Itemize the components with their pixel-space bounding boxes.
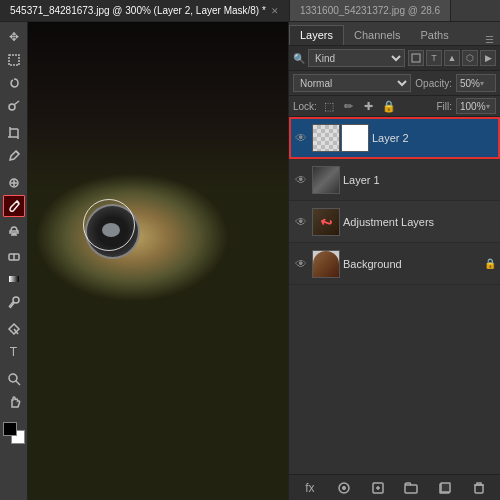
brush-tool[interactable] xyxy=(3,195,25,217)
layer2-thumbnails xyxy=(312,124,369,152)
tab-1-label: 545371_84281673.jpg @ 300% (Layer 2, Lay… xyxy=(10,5,266,16)
lock-all-btn[interactable]: 🔒 xyxy=(381,98,397,114)
lock-fill-row: Lock: ⬚ ✏ ✚ 🔒 Fill: 100% ▾ xyxy=(289,96,500,117)
svg-rect-18 xyxy=(9,276,19,282)
svg-rect-25 xyxy=(412,54,420,62)
svg-rect-31 xyxy=(405,485,417,493)
bg-visibility-toggle[interactable]: 👁 xyxy=(293,256,309,272)
hand-tool[interactable] xyxy=(3,391,25,413)
layer1-thumbnails xyxy=(312,166,340,194)
lock-transparent-btn[interactable]: ⬚ xyxy=(321,98,337,114)
tab-bar: 545371_84281673.jpg @ 300% (Layer 2, Lay… xyxy=(0,0,500,22)
new-group-button[interactable] xyxy=(401,478,421,498)
gradient-tool[interactable] xyxy=(3,268,25,290)
blend-opacity-row: Normal Opacity: 50% ▾ xyxy=(289,71,500,96)
circular-selection xyxy=(83,199,135,251)
panel-options-button[interactable]: ☰ xyxy=(479,34,500,45)
search-icon: 🔍 xyxy=(293,53,305,64)
filter-adjust-btn[interactable]: T xyxy=(426,50,442,66)
opacity-value[interactable]: 50% ▾ xyxy=(456,74,496,92)
layer2-thumb-checker xyxy=(313,125,339,151)
layer1-thumb-eye xyxy=(313,167,339,193)
opacity-text: 50% xyxy=(460,78,480,89)
marquee-tool[interactable] xyxy=(3,49,25,71)
zoom-tool[interactable] xyxy=(3,368,25,390)
filter-smart-btn[interactable]: ⬡ xyxy=(462,50,478,66)
filter-kind-dropdown[interactable]: Kind xyxy=(308,49,405,67)
canvas-area[interactable] xyxy=(28,22,288,500)
lock-position-btn[interactable]: ✚ xyxy=(361,98,377,114)
quick-select-tool[interactable] xyxy=(3,95,25,117)
tab-1-close[interactable]: ✕ xyxy=(271,6,279,16)
healing-tool[interactable] xyxy=(3,172,25,194)
layer1-name: Layer 1 xyxy=(343,174,496,186)
filter-shape-btn[interactable]: ▲ xyxy=(444,50,460,66)
tab-paths-label: Paths xyxy=(421,29,449,41)
move-tool[interactable]: ✥ xyxy=(3,26,25,48)
crop-tool[interactable] xyxy=(3,122,25,144)
opacity-dropdown-arrow: ▾ xyxy=(480,79,484,88)
svg-point-23 xyxy=(9,374,17,382)
layer-row-adjustment[interactable]: 👁 ↩ Adjustment Layers xyxy=(289,201,500,243)
svg-point-27 xyxy=(342,486,346,490)
tab-paths[interactable]: Paths xyxy=(411,26,459,45)
adj-thumbnails: ↩ xyxy=(312,208,340,236)
layer1-visibility-toggle[interactable]: 👁 xyxy=(293,172,309,188)
filter-icon-group: T ▲ ⬡ ▶ xyxy=(408,50,496,66)
delete-layer-button[interactable] xyxy=(469,478,489,498)
dodge-tool[interactable] xyxy=(3,291,25,313)
tab-2[interactable]: 1331600_54231372.jpg @ 28.6 xyxy=(290,0,451,21)
left-toolbar: ✥ xyxy=(0,22,28,500)
lasso-tool[interactable] xyxy=(3,72,25,94)
foreground-color-swatch[interactable] xyxy=(3,422,17,436)
adj-name: Adjustment Layers xyxy=(343,216,496,228)
layer2-thumb xyxy=(312,124,340,152)
layers-bottom-bar: fx xyxy=(289,474,500,500)
pen-tool[interactable] xyxy=(3,318,25,340)
bg-thumbnails xyxy=(312,250,340,278)
layer-row-layer2[interactable]: 👁 Layer 2 xyxy=(289,117,500,159)
layer1-thumb xyxy=(312,166,340,194)
filter-video-btn[interactable]: ▶ xyxy=(480,50,496,66)
svg-rect-12 xyxy=(10,231,18,233)
adj-thumb-bg: ↩ xyxy=(313,209,339,235)
layer2-visibility-toggle[interactable]: 👁 xyxy=(293,130,309,146)
color-swatches[interactable] xyxy=(3,422,25,444)
text-tool[interactable]: T xyxy=(3,341,25,363)
svg-point-1 xyxy=(9,104,15,110)
svg-line-2 xyxy=(14,101,19,105)
eyedropper-tool[interactable] xyxy=(3,145,25,167)
layer-list: 👁 Layer 2 👁 xyxy=(289,117,500,474)
stamp-tool[interactable] xyxy=(3,218,25,240)
svg-rect-33 xyxy=(441,483,450,492)
svg-line-24 xyxy=(16,381,20,385)
tab-channels[interactable]: Channels xyxy=(344,26,410,45)
blend-mode-dropdown[interactable]: Normal xyxy=(293,74,411,92)
adj-thumb: ↩ xyxy=(312,208,340,236)
fill-value[interactable]: 100% ▾ xyxy=(456,98,496,114)
adj-arrow-icon: ↩ xyxy=(318,212,335,231)
tab-channels-label: Channels xyxy=(354,29,400,41)
eraser-tool[interactable] xyxy=(3,245,25,267)
new-fill-layer-button[interactable] xyxy=(368,478,388,498)
lock-pixels-btn[interactable]: ✏ xyxy=(341,98,357,114)
layer-row-layer1[interactable]: 👁 Layer 1 xyxy=(289,159,500,201)
layer2-mask-white xyxy=(342,125,368,151)
bg-lock-icon: 🔒 xyxy=(484,258,496,269)
layer-mask-button[interactable] xyxy=(334,478,354,498)
fill-label: Fill: xyxy=(436,101,452,112)
tab-1[interactable]: 545371_84281673.jpg @ 300% (Layer 2, Lay… xyxy=(0,0,290,21)
new-layer-button[interactable] xyxy=(435,478,455,498)
opacity-label: Opacity: xyxy=(415,78,452,89)
layer-fx-button[interactable]: fx xyxy=(300,478,320,498)
layer2-name: Layer 2 xyxy=(372,132,496,144)
fill-dropdown-arrow: ▾ xyxy=(486,102,490,111)
tab-layers[interactable]: Layers xyxy=(289,25,344,45)
layer-row-background[interactable]: 👁 Background 🔒 xyxy=(289,243,500,285)
main-area: ✥ xyxy=(0,22,500,500)
canvas-image xyxy=(28,22,288,500)
layers-panel: Layers Channels Paths ☰ 🔍 Kind T ▲ xyxy=(288,22,500,500)
filter-pixel-btn[interactable] xyxy=(408,50,424,66)
panel-tabs: Layers Channels Paths ☰ xyxy=(289,22,500,46)
adj-visibility-toggle[interactable]: 👁 xyxy=(293,214,309,230)
